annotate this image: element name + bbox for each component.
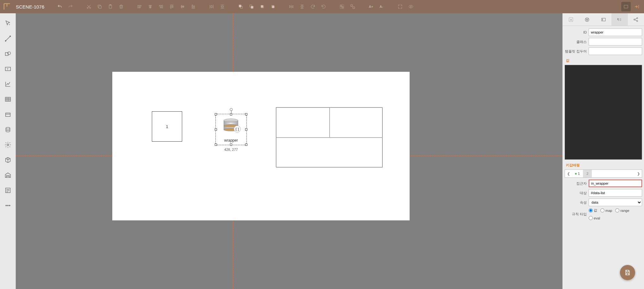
rotate-cw-button[interactable]	[308, 2, 318, 11]
kvmap-next[interactable]: ❯	[635, 172, 642, 176]
flip-v-button[interactable]	[297, 2, 307, 11]
selection-coords: 428, 277	[224, 148, 238, 151]
svg-point-31	[6, 127, 10, 129]
tab-share[interactable]	[628, 13, 644, 26]
fullscreen-button[interactable]	[621, 2, 631, 11]
svg-rect-8	[251, 6, 253, 9]
selected-wrapper-object[interactable]: [ ] wrapper 428, 277	[216, 114, 246, 144]
copy-button[interactable]	[95, 2, 104, 11]
undo-button[interactable]	[55, 2, 65, 11]
fit-button[interactable]	[395, 2, 405, 11]
table-cell[interactable]	[276, 138, 383, 168]
rule-range-radio[interactable]: range	[615, 208, 629, 213]
artboard[interactable]: 1 [	[112, 72, 410, 220]
table-cell[interactable]	[330, 108, 383, 138]
target-input[interactable]	[589, 189, 642, 197]
canvas-area[interactable]: 1 [	[16, 13, 562, 289]
rotate-ccw-button[interactable]	[319, 2, 328, 11]
paste-button[interactable]	[106, 2, 115, 11]
table-tool[interactable]	[0, 92, 16, 107]
resize-handle-n[interactable]	[230, 113, 232, 115]
cube-tool[interactable]	[0, 152, 16, 168]
svg-rect-5	[239, 5, 241, 7]
value-editor[interactable]	[565, 65, 642, 160]
ruletype-label: 규칙 타입	[565, 212, 589, 217]
svg-point-49	[634, 19, 635, 20]
resize-handle-sw[interactable]	[215, 144, 217, 146]
svg-rect-43	[602, 18, 605, 21]
class-input[interactable]	[589, 38, 642, 46]
ungroup-button[interactable]	[348, 2, 357, 11]
resize-handle-e[interactable]	[245, 128, 247, 131]
align-middle-v-button[interactable]	[178, 2, 187, 11]
container-tool[interactable]	[0, 107, 16, 122]
svg-text:+: +	[9, 23, 10, 26]
align-right-button[interactable]	[156, 2, 166, 11]
visibility-button[interactable]	[406, 2, 416, 11]
delete-button[interactable]	[116, 2, 126, 11]
shape-tool[interactable]	[0, 46, 16, 61]
wrapper-badge: [ ]	[234, 126, 241, 132]
resize-handle-ne[interactable]	[245, 113, 247, 115]
resize-handle-s[interactable]	[230, 144, 232, 146]
shape-box-1[interactable]: 1	[152, 111, 182, 142]
id-input[interactable]	[589, 28, 642, 36]
attribute-select[interactable]: data	[589, 199, 642, 206]
align-left-button[interactable]	[135, 2, 144, 11]
resize-handle-w[interactable]	[215, 128, 217, 131]
rule-value-radio[interactable]: 값	[589, 208, 597, 213]
tab-data[interactable]	[611, 13, 628, 26]
flip-h-button[interactable]	[287, 2, 296, 11]
top-toolbar: SCENE-1076 A+ A-	[0, 0, 644, 13]
cut-button[interactable]	[84, 2, 94, 11]
svg-rect-21	[624, 5, 628, 8]
tab-style[interactable]	[579, 13, 595, 26]
distribute-v-button[interactable]	[218, 2, 227, 11]
table-shape[interactable]	[276, 107, 382, 167]
warehouse-tool[interactable]	[0, 168, 16, 183]
bring-front-button[interactable]	[236, 2, 245, 11]
accessor-input[interactable]	[589, 180, 642, 187]
more-tool[interactable]	[0, 198, 16, 213]
kvmap-prev[interactable]: ❮	[565, 172, 572, 176]
distribute-h-button[interactable]	[207, 2, 216, 11]
id-label: ID	[565, 30, 589, 34]
line-tool[interactable]	[0, 31, 16, 46]
table-cell[interactable]	[276, 108, 330, 138]
bring-forward-button[interactable]	[257, 2, 267, 11]
tab-effect[interactable]	[595, 13, 611, 26]
send-back-button[interactable]	[247, 2, 256, 11]
align-top-button[interactable]	[167, 2, 176, 11]
svg-point-39	[585, 18, 589, 22]
datasource-tool[interactable]	[0, 122, 16, 137]
font-decrease-button[interactable]: A-	[377, 2, 387, 11]
send-backward-button[interactable]	[268, 2, 278, 11]
accessor-label: 접근자	[565, 181, 589, 186]
svg-rect-16	[351, 5, 352, 6]
kvmap-tabs: ❮ 1 2 ❯	[565, 169, 642, 178]
kvmap-tab-2[interactable]: 2	[583, 170, 592, 177]
group-button[interactable]	[337, 2, 347, 11]
text-tool[interactable]: T	[0, 61, 16, 77]
exit-button[interactable]	[632, 2, 641, 11]
svg-point-45	[602, 20, 603, 20]
kvmap-tab-1[interactable]: 1	[572, 170, 583, 177]
rule-map-radio[interactable]: map	[600, 208, 612, 213]
chart-tool[interactable]	[0, 77, 16, 92]
resize-handle-nw[interactable]	[215, 113, 217, 115]
section-kvmap-title: 키값매핑	[566, 163, 642, 168]
template-prefix-input[interactable]	[589, 47, 642, 55]
font-increase-button[interactable]: A+	[366, 2, 376, 11]
panel-body: ID 클래스 템플릿 접두어 값 키값매핑 ❮ 1 2 ❯ 접근자 대상	[563, 26, 644, 289]
tab-layout[interactable]: A	[563, 13, 579, 26]
resize-handle-se[interactable]	[245, 144, 247, 146]
save-button[interactable]	[620, 265, 635, 280]
gear-tool[interactable]	[0, 137, 16, 152]
redo-button[interactable]	[66, 2, 75, 11]
wrapper-db-icon: [ ]	[221, 116, 240, 135]
form-tool[interactable]	[0, 183, 16, 198]
rule-eval-radio[interactable]: eval	[589, 216, 600, 220]
align-bottom-button[interactable]	[189, 2, 198, 11]
select-tool[interactable]: +	[0, 16, 16, 31]
align-center-h-button[interactable]	[146, 2, 155, 11]
